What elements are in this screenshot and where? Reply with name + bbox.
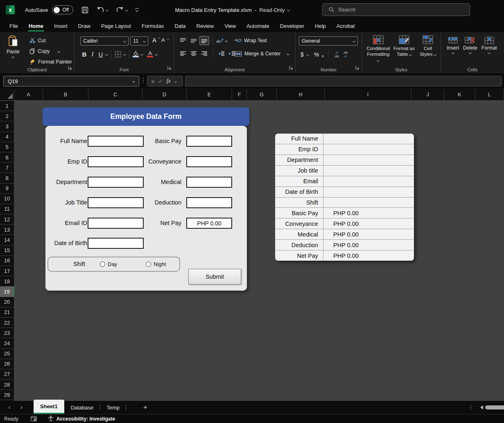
form-field-job-title[interactable]	[88, 197, 144, 208]
prev-sheet-button[interactable]	[9, 406, 11, 409]
number-format-select[interactable]: General	[299, 36, 358, 45]
title-dropdown-icon[interactable]	[287, 8, 290, 11]
row-header-26[interactable]: 26	[0, 359, 14, 369]
column-header-d[interactable]: D	[142, 89, 187, 100]
bold-button[interactable]: B	[80, 51, 88, 58]
horizontal-scrollbar[interactable]	[480, 405, 504, 409]
autosave-toggle[interactable]: Off	[52, 5, 73, 14]
row-header-25[interactable]: 25	[0, 349, 14, 359]
sheet-grid[interactable]: 1234567891011121314151617181920212223242…	[0, 101, 504, 401]
macro-record-button[interactable]	[31, 416, 37, 422]
menu-tab-home[interactable]: Home	[23, 20, 49, 32]
font-name-select[interactable]: Calibri	[80, 36, 129, 45]
sheet-tab-temp[interactable]: Temp	[100, 401, 126, 414]
formula-input[interactable]	[185, 76, 502, 86]
accounting-format-button[interactable]: $	[301, 51, 304, 58]
menu-tab-developer[interactable]: Developer	[275, 20, 310, 32]
row-header-17[interactable]: 17	[0, 266, 14, 276]
menu-tab-draw[interactable]: Draw	[73, 20, 96, 32]
menu-tab-file[interactable]: File	[4, 20, 23, 32]
row-header-18[interactable]: 18	[0, 276, 14, 287]
align-bottom-button[interactable]	[199, 36, 209, 45]
comma-style-button[interactable]: ,	[322, 50, 323, 59]
form-field-basic-pay[interactable]	[186, 136, 232, 147]
column-header-a[interactable]: A	[14, 89, 43, 100]
row-header-9[interactable]: 9	[0, 184, 14, 194]
menu-tab-automate[interactable]: Automate	[241, 20, 275, 32]
column-header-k[interactable]: K	[444, 89, 475, 100]
borders-button[interactable]	[115, 51, 126, 58]
row-header-8[interactable]: 8	[0, 173, 14, 183]
next-sheet-button[interactable]	[20, 406, 23, 409]
format-painter-button[interactable]: Format Painter	[29, 59, 72, 65]
row-header-14[interactable]: 14	[0, 235, 14, 245]
shift-radio-day[interactable]	[100, 262, 105, 267]
increase-decimal-button[interactable]: ←0 .00	[333, 51, 339, 58]
paste-button[interactable]: Paste	[7, 35, 20, 58]
paste-dropdown-icon[interactable]	[11, 55, 14, 58]
row-header-19[interactable]: 19	[0, 287, 14, 297]
save-button[interactable]	[81, 7, 88, 14]
row-header-1[interactable]: 1	[0, 101, 14, 111]
copy-dropdown-icon[interactable]	[57, 50, 60, 52]
row-header-16[interactable]: 16	[0, 256, 14, 266]
name-box[interactable]: Q19	[3, 76, 139, 86]
menu-tab-page-layout[interactable]: Page Layout	[96, 20, 136, 32]
sheet-tab-database[interactable]: Database	[64, 401, 100, 414]
row-header-28[interactable]: 28	[0, 380, 14, 390]
column-header-f[interactable]: F	[232, 89, 247, 100]
align-top-button[interactable]	[178, 36, 188, 45]
form-field-department[interactable]	[88, 177, 144, 188]
new-sheet-button[interactable]: +	[143, 403, 147, 412]
row-header-5[interactable]: 5	[0, 142, 14, 152]
row-header-15[interactable]: 15	[0, 246, 14, 256]
tab-overflow-menu[interactable]	[470, 405, 471, 410]
form-field-full-name[interactable]	[88, 136, 144, 147]
undo-button[interactable]	[97, 7, 108, 13]
underline-button[interactable]: U	[97, 51, 105, 58]
column-header-c[interactable]: C	[88, 89, 142, 100]
row-header-11[interactable]: 11	[0, 204, 14, 214]
menu-tab-acrobat[interactable]: Acrobat	[331, 20, 360, 32]
orientation-button[interactable]: ab	[216, 38, 227, 43]
menu-tab-data[interactable]: Data	[169, 20, 191, 32]
quick-access-more-button[interactable]	[135, 8, 139, 11]
row-header-3[interactable]: 3	[0, 121, 14, 132]
column-header-l[interactable]: L	[475, 89, 504, 100]
font-size-select[interactable]: 11	[130, 36, 148, 45]
fill-color-button[interactable]	[133, 51, 143, 57]
row-header-29[interactable]: 29	[0, 390, 14, 400]
shrink-font-button[interactable]: A	[161, 37, 165, 43]
column-header-b[interactable]: B	[43, 89, 88, 100]
accessibility-status[interactable]: Accessibility: Investigate	[57, 416, 115, 422]
form-field-email-id[interactable]	[88, 218, 144, 229]
row-header-12[interactable]: 12	[0, 214, 14, 225]
accounting-dropdown-icon[interactable]	[306, 53, 309, 56]
name-box-dropdown-icon[interactable]	[132, 80, 135, 82]
sheet-tab-sheet1[interactable]: Sheet1	[34, 400, 64, 414]
cut-button[interactable]: Cut	[29, 38, 45, 43]
row-header-10[interactable]: 10	[0, 194, 14, 204]
wrap-text-button[interactable]: ab Wrap Text	[235, 38, 267, 43]
merge-center-button[interactable]: Merge & Center	[235, 51, 289, 57]
column-header-i[interactable]: I	[325, 89, 411, 100]
enter-button[interactable]: ✓	[158, 78, 163, 84]
copy-button[interactable]: Copy	[29, 48, 60, 54]
select-all-button[interactable]	[0, 89, 14, 100]
form-field-deduction[interactable]	[186, 197, 232, 208]
formula-bar-grip[interactable]	[143, 78, 144, 83]
italic-button[interactable]: I	[88, 51, 97, 58]
align-middle-button[interactable]	[189, 36, 199, 45]
shift-radio-night[interactable]	[146, 262, 151, 267]
submit-button[interactable]: Submit	[188, 269, 241, 284]
align-center-button[interactable]	[189, 49, 199, 58]
search-input[interactable]: Search	[322, 3, 470, 16]
form-field-net-pay[interactable]: PHP 0.00	[186, 218, 232, 229]
row-header-27[interactable]: 27	[0, 369, 14, 380]
row-header-2[interactable]: 2	[0, 111, 14, 121]
row-header-6[interactable]: 6	[0, 152, 14, 163]
column-header-g[interactable]: G	[247, 89, 277, 100]
menu-tab-review[interactable]: Review	[191, 20, 219, 32]
accessibility-button[interactable]	[48, 416, 54, 422]
excel-logo-icon[interactable]: x	[6, 5, 15, 14]
